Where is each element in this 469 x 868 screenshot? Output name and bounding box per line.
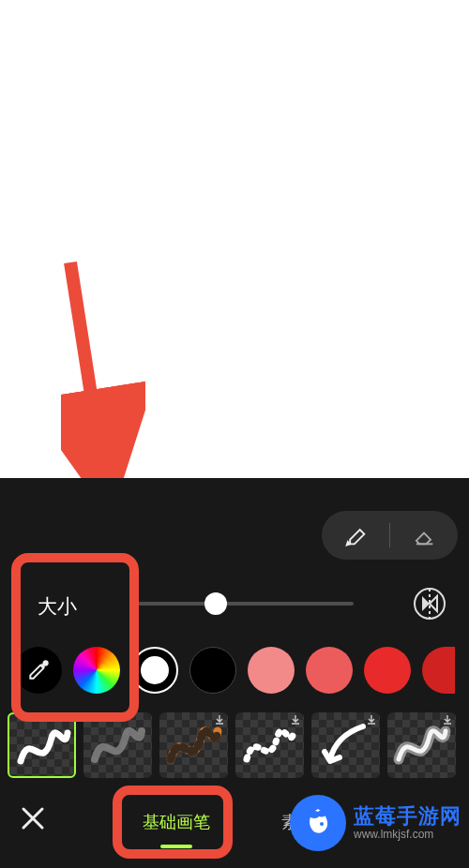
color-swatch-black[interactable] — [189, 647, 236, 694]
color-swatch-pink[interactable] — [248, 647, 295, 694]
symmetry-button[interactable] — [409, 583, 450, 624]
download-icon — [442, 714, 453, 726]
download-icon — [366, 714, 377, 726]
download-icon — [214, 714, 225, 726]
brush-tile-tiger[interactable] — [159, 712, 228, 778]
watermark-logo — [290, 795, 346, 851]
color-swatch-salmon[interactable] — [306, 647, 353, 694]
slider-track — [131, 602, 354, 606]
color-swatch-row — [0, 644, 469, 696]
brush-tile-spray[interactable] — [387, 712, 456, 778]
tool-mode-pill — [322, 511, 458, 560]
download-icon — [290, 714, 301, 726]
color-swatch-white[interactable] — [131, 647, 178, 694]
close-button[interactable] — [19, 804, 47, 832]
drawing-canvas[interactable] — [0, 0, 469, 478]
brush-tile-solid[interactable] — [8, 712, 76, 778]
watermark-url: www.lmkjsf.com — [354, 829, 461, 841]
brush-preset-row — [8, 712, 469, 778]
watermark-title: 蓝莓手游网 — [354, 805, 461, 828]
color-swatch-red[interactable] — [364, 647, 411, 694]
tab-basic-brush[interactable]: 基础画笔 — [143, 811, 210, 833]
slider-thumb[interactable] — [204, 592, 227, 615]
brush-tile-arrow[interactable] — [311, 712, 380, 778]
watermark: 蓝莓手游网 www.lmkjsf.com — [290, 795, 461, 851]
color-wheel-button[interactable] — [73, 647, 120, 694]
brush-size-slider[interactable] — [131, 579, 354, 628]
eyedropper-button[interactable] — [15, 647, 62, 694]
color-swatch-darkred[interactable] — [422, 647, 455, 694]
svg-point-2 — [43, 661, 47, 665]
tab-label: 基础画笔 — [143, 813, 210, 831]
pen-mode-button[interactable] — [342, 522, 369, 548]
brush-tile-dotted[interactable] — [235, 712, 304, 778]
size-label: 大小 — [38, 593, 77, 620]
svg-point-4 — [317, 811, 326, 817]
divider — [389, 523, 390, 547]
brush-tile-soft[interactable] — [83, 712, 152, 778]
active-tab-indicator — [160, 845, 192, 848]
eraser-mode-button[interactable] — [411, 522, 437, 548]
svg-point-5 — [320, 822, 324, 826]
